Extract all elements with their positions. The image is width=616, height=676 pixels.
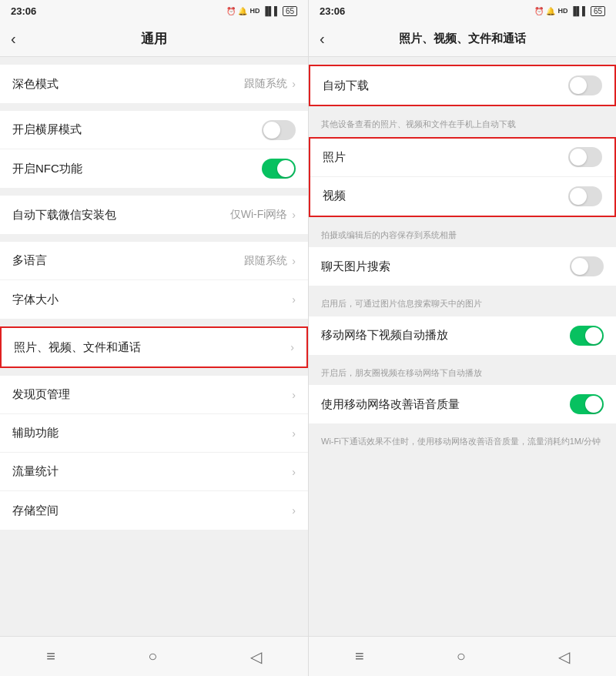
section-media-wrapper: 照片 视频 拍摄或编辑后的内容保存到系统相册 [309,137,616,248]
chevron-language: › [292,255,296,267]
label-voice-quality: 使用移动网络改善语音质量 [321,397,460,412]
label-chat-search: 聊天图片搜索 [321,259,390,274]
item-photos-videos[interactable]: 照片、视频、文件和通话 › [2,328,306,366]
toggle-voice-quality[interactable] [570,394,604,414]
value-auto-download: 仅Wi-Fi网络 [230,208,288,222]
item-dark-mode[interactable]: 深色模式 跟随系统 › [0,65,308,103]
back-icon-left[interactable]: ◁ [250,648,262,666]
right-language: 跟随系统 › [244,254,296,268]
group-auto-download: 自动下载微信安装包 仅Wi-Fi网络 › [0,196,308,234]
hd-icon-r: HD [557,7,567,15]
item-photos[interactable]: 照片 [310,139,614,177]
label-photos: 照片 [323,150,346,165]
group-toggles: 开启横屏模式 开启NFC功能 [0,111,308,188]
status-bar-left: 23:06 ⏰ 🔔 HD ▐▌▌ 65 [0,0,308,22]
chevron-auto-download: › [292,209,296,221]
back-button-left[interactable]: ‹ [11,30,16,48]
item-discover[interactable]: 发现页管理 › [0,376,308,414]
toggle-landscape[interactable] [262,120,296,140]
toggle-nfc[interactable] [262,159,296,179]
hd-icon: HD [249,7,259,15]
chevron-traffic: › [292,466,296,478]
group-lang-font: 多语言 跟随系统 › 字体大小 › [0,242,308,319]
right-dark-mode: 跟随系统 › [244,77,296,91]
item-mobile-video[interactable]: 移动网络下视频自动播放 [309,316,616,355]
page-title-left: 通用 [141,30,167,48]
item-storage[interactable]: 存储空间 › [0,491,308,530]
signal-icon: ▐▌▌ [262,6,280,15]
nav-bar-left: ‹ 通用 [0,22,308,57]
right-font-size: › [292,293,296,306]
menu-icon-left[interactable]: ≡ [46,648,55,665]
back-icon-right[interactable]: ◁ [558,648,570,666]
desc-auto-dl: 其他设备查看的照片、视频和文件在手机上自动下载 [309,114,616,137]
right-panel: 23:06 ⏰ 🔔 HD ▐▌▌ 65 ‹ 照片、视频、文件和通话 自动下载 其… [308,0,616,676]
item-voice-quality[interactable]: 使用移动网络改善语音质量 [309,385,616,423]
chevron-font-size: › [292,293,296,306]
toggle-chat-search[interactable] [570,256,604,276]
label-accessibility: 辅助功能 [12,426,59,440]
alarm-icon: ⏰ [226,7,236,15]
time-right: 23:06 [320,5,345,17]
section-voice-quality-wrapper: 使用移动网络改善语音质量 Wi-Fi下通话效果不佳时，使用移动网络改善语音质量，… [309,385,616,454]
group-voice-quality: 使用移动网络改善语音质量 [309,385,616,423]
item-landscape[interactable]: 开启横屏模式 [0,111,308,149]
label-landscape: 开启横屏模式 [12,122,82,137]
settings-list-right: 自动下载 其他设备查看的照片、视频和文件在手机上自动下载 照片 视频 拍摄或编辑… [309,57,616,636]
group-chat-search: 聊天图片搜索 [309,247,616,286]
item-videos[interactable]: 视频 [310,177,614,216]
status-icons-left: ⏰ 🔔 HD ▐▌▌ 65 [226,6,297,16]
sound-icon: 🔔 [238,7,247,15]
chevron-photos-videos: › [290,341,294,353]
right-photos-videos: › [290,341,294,353]
home-icon-right[interactable]: ○ [457,648,466,665]
sound-icon-r: 🔔 [546,7,555,15]
label-nfc: 开启NFC功能 [12,162,82,176]
item-traffic[interactable]: 流量统计 › [0,453,308,491]
desc-voice-quality: Wi-Fi下通话效果不佳时，使用移动网络改善语音质量，流量消耗约1M/分钟 [309,431,616,454]
home-icon-left[interactable]: ○ [148,648,157,665]
right-auto-download: 仅Wi-Fi网络 › [230,208,296,222]
nav-bar-right: ‹ 照片、视频、文件和通话 [309,22,616,57]
chevron-accessibility: › [292,427,296,440]
group-photos-videos: 照片、视频、文件和通话 › [0,326,308,368]
item-chat-search[interactable]: 聊天图片搜索 [309,247,616,286]
chevron-discover: › [292,389,296,401]
item-language[interactable]: 多语言 跟随系统 › [0,242,308,280]
label-traffic: 流量统计 [12,464,59,479]
desc-mobile-video: 开启后，朋友圈视频在移动网络下自动播放 [309,363,616,386]
value-dark-mode: 跟随系统 [244,77,287,91]
label-auto-download: 自动下载微信安装包 [12,208,116,223]
toggle-photos[interactable] [568,147,602,167]
item-nfc[interactable]: 开启NFC功能 [0,149,308,188]
bottom-nav-left: ≡ ○ ◁ [0,636,308,676]
bottom-nav-right: ≡ ○ ◁ [309,636,616,676]
label-videos: 视频 [323,189,346,203]
value-language: 跟随系统 [244,254,287,268]
label-language: 多语言 [12,253,47,268]
chevron-storage: › [292,504,296,517]
back-button-right[interactable]: ‹ [320,30,325,48]
group-media: 照片 视频 [309,137,616,217]
toggle-mobile-video[interactable] [570,326,604,346]
section-auto-dl-wrapper: 自动下载 其他设备查看的照片、视频和文件在手机上自动下载 [309,65,616,137]
desc-media: 拍摄或编辑后的内容保存到系统相册 [309,225,616,248]
item-auto-dl[interactable]: 自动下载 [310,66,614,105]
time-left: 23:06 [11,5,36,17]
item-auto-download[interactable]: 自动下载微信安装包 仅Wi-Fi网络 › [0,196,308,234]
status-bar-right: 23:06 ⏰ 🔔 HD ▐▌▌ 65 [309,0,616,22]
label-mobile-video: 移动网络下视频自动播放 [321,328,448,343]
item-accessibility[interactable]: 辅助功能 › [0,414,308,453]
alarm-icon-r: ⏰ [534,7,544,15]
left-panel: 23:06 ⏰ 🔔 HD ▐▌▌ 65 ‹ 通用 深色模式 跟随系统 › [0,0,308,676]
group-mobile-video: 移动网络下视频自动播放 [309,316,616,355]
chevron-dark-mode: › [292,78,296,90]
menu-icon-right[interactable]: ≡ [355,648,364,665]
toggle-auto-dl[interactable] [568,75,602,95]
battery-icon-r: 65 [591,6,605,16]
section-chat-search-wrapper: 聊天图片搜索 启用后，可通过图片信息搜索聊天中的图片 [309,247,616,316]
label-discover: 发现页管理 [12,387,70,402]
item-font-size[interactable]: 字体大小 › [0,280,308,319]
label-auto-dl: 自动下载 [323,79,369,93]
toggle-videos[interactable] [568,186,602,206]
